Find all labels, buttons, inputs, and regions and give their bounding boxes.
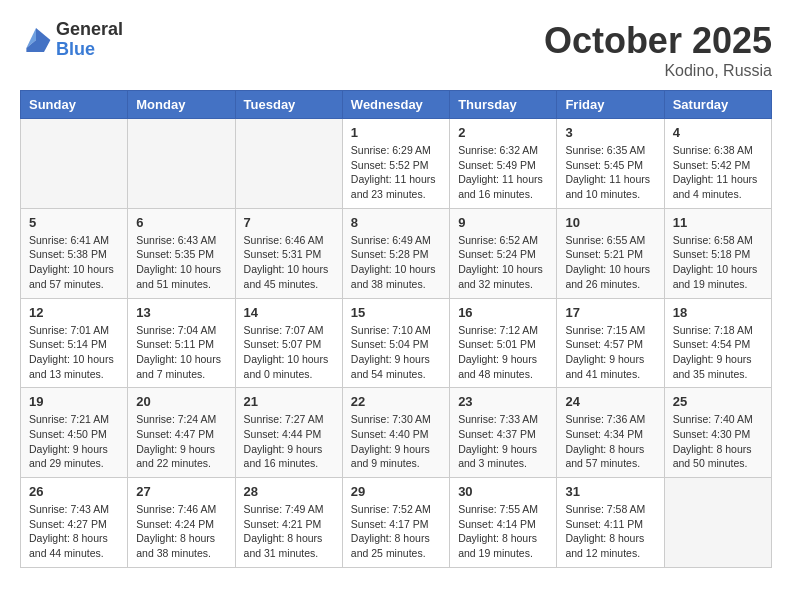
day-number: 23 — [458, 394, 548, 409]
calendar-week-row: 5Sunrise: 6:41 AM Sunset: 5:38 PM Daylig… — [21, 208, 772, 298]
day-info: Sunrise: 7:36 AM Sunset: 4:34 PM Dayligh… — [565, 412, 655, 471]
logo-text: General Blue — [56, 20, 123, 60]
day-info: Sunrise: 7:07 AM Sunset: 5:07 PM Dayligh… — [244, 323, 334, 382]
calendar-cell: 30Sunrise: 7:55 AM Sunset: 4:14 PM Dayli… — [450, 478, 557, 568]
calendar-week-row: 12Sunrise: 7:01 AM Sunset: 5:14 PM Dayli… — [21, 298, 772, 388]
calendar-cell: 13Sunrise: 7:04 AM Sunset: 5:11 PM Dayli… — [128, 298, 235, 388]
day-number: 7 — [244, 215, 334, 230]
calendar-cell: 27Sunrise: 7:46 AM Sunset: 4:24 PM Dayli… — [128, 478, 235, 568]
logo-icon — [20, 24, 52, 56]
calendar-cell: 28Sunrise: 7:49 AM Sunset: 4:21 PM Dayli… — [235, 478, 342, 568]
logo-blue: Blue — [56, 40, 123, 60]
calendar-cell: 19Sunrise: 7:21 AM Sunset: 4:50 PM Dayli… — [21, 388, 128, 478]
calendar-cell: 6Sunrise: 6:43 AM Sunset: 5:35 PM Daylig… — [128, 208, 235, 298]
day-number: 9 — [458, 215, 548, 230]
calendar-cell — [235, 119, 342, 209]
weekday-header: Wednesday — [342, 91, 449, 119]
svg-marker-0 — [36, 28, 50, 40]
day-number: 31 — [565, 484, 655, 499]
calendar-cell: 22Sunrise: 7:30 AM Sunset: 4:40 PM Dayli… — [342, 388, 449, 478]
calendar-week-row: 19Sunrise: 7:21 AM Sunset: 4:50 PM Dayli… — [21, 388, 772, 478]
logo-general: General — [56, 20, 123, 40]
calendar-cell: 9Sunrise: 6:52 AM Sunset: 5:24 PM Daylig… — [450, 208, 557, 298]
day-number: 20 — [136, 394, 226, 409]
day-number: 17 — [565, 305, 655, 320]
calendar-week-row: 1Sunrise: 6:29 AM Sunset: 5:52 PM Daylig… — [21, 119, 772, 209]
day-number: 27 — [136, 484, 226, 499]
calendar-week-row: 26Sunrise: 7:43 AM Sunset: 4:27 PM Dayli… — [21, 478, 772, 568]
day-number: 11 — [673, 215, 763, 230]
day-number: 1 — [351, 125, 441, 140]
day-info: Sunrise: 7:46 AM Sunset: 4:24 PM Dayligh… — [136, 502, 226, 561]
day-info: Sunrise: 7:49 AM Sunset: 4:21 PM Dayligh… — [244, 502, 334, 561]
calendar-cell: 11Sunrise: 6:58 AM Sunset: 5:18 PM Dayli… — [664, 208, 771, 298]
day-number: 5 — [29, 215, 119, 230]
day-info: Sunrise: 7:10 AM Sunset: 5:04 PM Dayligh… — [351, 323, 441, 382]
day-number: 3 — [565, 125, 655, 140]
day-info: Sunrise: 6:55 AM Sunset: 5:21 PM Dayligh… — [565, 233, 655, 292]
day-info: Sunrise: 6:43 AM Sunset: 5:35 PM Dayligh… — [136, 233, 226, 292]
day-number: 29 — [351, 484, 441, 499]
calendar-cell: 26Sunrise: 7:43 AM Sunset: 4:27 PM Dayli… — [21, 478, 128, 568]
title-block: October 2025 Kodino, Russia — [544, 20, 772, 80]
day-info: Sunrise: 6:38 AM Sunset: 5:42 PM Dayligh… — [673, 143, 763, 202]
calendar-cell — [664, 478, 771, 568]
calendar-cell: 8Sunrise: 6:49 AM Sunset: 5:28 PM Daylig… — [342, 208, 449, 298]
day-number: 26 — [29, 484, 119, 499]
day-number: 30 — [458, 484, 548, 499]
calendar-cell: 7Sunrise: 6:46 AM Sunset: 5:31 PM Daylig… — [235, 208, 342, 298]
day-number: 28 — [244, 484, 334, 499]
day-number: 14 — [244, 305, 334, 320]
day-number: 10 — [565, 215, 655, 230]
weekday-header-row: SundayMondayTuesdayWednesdayThursdayFrid… — [21, 91, 772, 119]
calendar-cell: 20Sunrise: 7:24 AM Sunset: 4:47 PM Dayli… — [128, 388, 235, 478]
calendar-cell: 16Sunrise: 7:12 AM Sunset: 5:01 PM Dayli… — [450, 298, 557, 388]
day-info: Sunrise: 7:58 AM Sunset: 4:11 PM Dayligh… — [565, 502, 655, 561]
calendar-cell: 25Sunrise: 7:40 AM Sunset: 4:30 PM Dayli… — [664, 388, 771, 478]
calendar-cell: 31Sunrise: 7:58 AM Sunset: 4:11 PM Dayli… — [557, 478, 664, 568]
day-info: Sunrise: 6:52 AM Sunset: 5:24 PM Dayligh… — [458, 233, 548, 292]
day-number: 13 — [136, 305, 226, 320]
day-info: Sunrise: 7:12 AM Sunset: 5:01 PM Dayligh… — [458, 323, 548, 382]
day-info: Sunrise: 7:40 AM Sunset: 4:30 PM Dayligh… — [673, 412, 763, 471]
day-number: 22 — [351, 394, 441, 409]
weekday-header: Saturday — [664, 91, 771, 119]
day-info: Sunrise: 7:24 AM Sunset: 4:47 PM Dayligh… — [136, 412, 226, 471]
day-number: 24 — [565, 394, 655, 409]
day-number: 21 — [244, 394, 334, 409]
weekday-header: Tuesday — [235, 91, 342, 119]
day-info: Sunrise: 7:18 AM Sunset: 4:54 PM Dayligh… — [673, 323, 763, 382]
day-info: Sunrise: 7:33 AM Sunset: 4:37 PM Dayligh… — [458, 412, 548, 471]
calendar-cell: 18Sunrise: 7:18 AM Sunset: 4:54 PM Dayli… — [664, 298, 771, 388]
day-info: Sunrise: 6:58 AM Sunset: 5:18 PM Dayligh… — [673, 233, 763, 292]
location: Kodino, Russia — [544, 62, 772, 80]
day-info: Sunrise: 6:41 AM Sunset: 5:38 PM Dayligh… — [29, 233, 119, 292]
calendar-cell: 5Sunrise: 6:41 AM Sunset: 5:38 PM Daylig… — [21, 208, 128, 298]
page-header: General Blue October 2025 Kodino, Russia — [20, 20, 772, 80]
calendar-cell: 24Sunrise: 7:36 AM Sunset: 4:34 PM Dayli… — [557, 388, 664, 478]
day-number: 12 — [29, 305, 119, 320]
logo: General Blue — [20, 20, 123, 60]
calendar-cell: 12Sunrise: 7:01 AM Sunset: 5:14 PM Dayli… — [21, 298, 128, 388]
calendar-cell: 21Sunrise: 7:27 AM Sunset: 4:44 PM Dayli… — [235, 388, 342, 478]
day-info: Sunrise: 7:52 AM Sunset: 4:17 PM Dayligh… — [351, 502, 441, 561]
day-info: Sunrise: 7:27 AM Sunset: 4:44 PM Dayligh… — [244, 412, 334, 471]
month-title: October 2025 — [544, 20, 772, 62]
calendar-cell: 14Sunrise: 7:07 AM Sunset: 5:07 PM Dayli… — [235, 298, 342, 388]
weekday-header: Thursday — [450, 91, 557, 119]
calendar-cell: 29Sunrise: 7:52 AM Sunset: 4:17 PM Dayli… — [342, 478, 449, 568]
day-number: 25 — [673, 394, 763, 409]
day-number: 15 — [351, 305, 441, 320]
calendar-table: SundayMondayTuesdayWednesdayThursdayFrid… — [20, 90, 772, 568]
calendar-cell: 10Sunrise: 6:55 AM Sunset: 5:21 PM Dayli… — [557, 208, 664, 298]
weekday-header: Monday — [128, 91, 235, 119]
day-info: Sunrise: 6:32 AM Sunset: 5:49 PM Dayligh… — [458, 143, 548, 202]
day-info: Sunrise: 7:55 AM Sunset: 4:14 PM Dayligh… — [458, 502, 548, 561]
day-info: Sunrise: 7:21 AM Sunset: 4:50 PM Dayligh… — [29, 412, 119, 471]
day-info: Sunrise: 6:35 AM Sunset: 5:45 PM Dayligh… — [565, 143, 655, 202]
day-info: Sunrise: 7:43 AM Sunset: 4:27 PM Dayligh… — [29, 502, 119, 561]
weekday-header: Friday — [557, 91, 664, 119]
weekday-header: Sunday — [21, 91, 128, 119]
day-number: 18 — [673, 305, 763, 320]
calendar-cell: 1Sunrise: 6:29 AM Sunset: 5:52 PM Daylig… — [342, 119, 449, 209]
